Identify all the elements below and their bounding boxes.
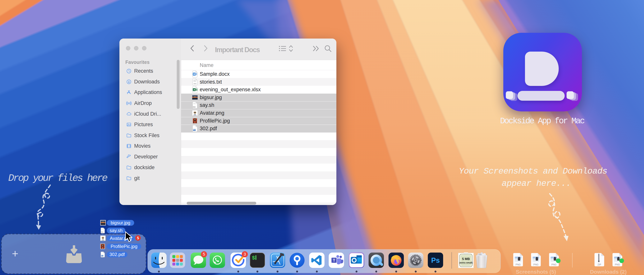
svg-text:5 MB: 5 MB	[462, 257, 470, 261]
svg-text:T: T	[333, 258, 335, 262]
svg-text:PNG: PNG	[615, 263, 620, 266]
svg-text:(extra small): (extra small)	[459, 261, 473, 264]
svg-text:ZIP: ZIP	[598, 263, 601, 266]
svg-text:SHELL: SHELL	[101, 232, 103, 233]
svg-text:$: $	[252, 255, 255, 261]
svg-text:PNG: PNG	[534, 263, 538, 266]
svg-text:Ps: Ps	[431, 256, 440, 264]
svg-text:W: W	[193, 73, 196, 76]
svg-text:SHELL: SHELL	[193, 107, 196, 108]
svg-text:PNG: PNG	[552, 263, 556, 266]
svg-text:X: X	[194, 88, 195, 91]
svg-text:TXT: TXT	[194, 83, 196, 85]
svg-text:PNG: PNG	[516, 263, 520, 266]
